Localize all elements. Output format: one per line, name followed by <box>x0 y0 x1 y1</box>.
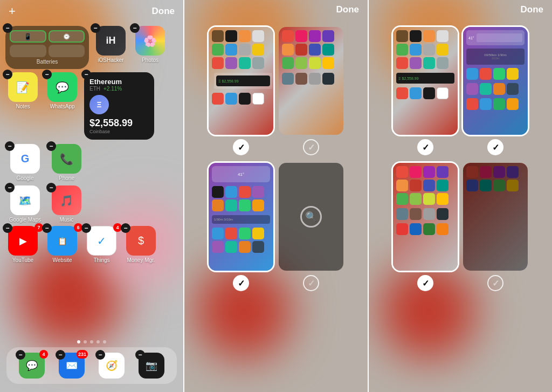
remove-badge[interactable]: − <box>46 141 56 151</box>
panel-2: Done <box>184 0 368 392</box>
panel3-top-bar: Done <box>369 4 552 15</box>
remove-badge[interactable]: − <box>56 350 65 360</box>
panel3-bottom-row: ✓ <box>393 163 528 293</box>
done-button-1[interactable]: Done <box>152 6 175 17</box>
panel-3: Done <box>369 0 552 392</box>
panel3-top-row: Ξ $2,558.99 ✓ <box>393 27 528 157</box>
panel-1: + Done − 📱 ⌚ Batteries <box>0 0 183 392</box>
panel3-page-3[interactable]: ✓ <box>393 163 458 293</box>
remove-badge[interactable]: − <box>16 350 25 360</box>
check-4[interactable]: ✓ <box>303 275 319 291</box>
magnify-icon: 🔍 <box>300 206 322 228</box>
app-photos[interactable]: − 🌸 Photos <box>133 26 168 63</box>
panel3-page-2[interactable]: 41° 00/50km 1/30m 3/10m <box>463 27 528 157</box>
panel3-thumb-4[interactable] <box>463 163 528 271</box>
dot-2 <box>84 340 87 343</box>
eth-label: Coinbase <box>89 129 149 134</box>
page-4-gray[interactable]: 🔍 <box>279 163 343 271</box>
panel3-thumb-2[interactable]: 41° 00/50km 1/30m 3/10m <box>463 27 528 135</box>
remove-badge[interactable]: − <box>3 70 12 79</box>
page-switcher-2: Ξ $2,558.99 ✓ <box>184 22 368 392</box>
app-website[interactable]: − 6 📋 Website <box>45 226 80 263</box>
remove-badge[interactable]: − <box>91 23 100 33</box>
remove-badge[interactable]: − <box>95 350 105 360</box>
dock-camera[interactable]: − 📷 <box>138 353 165 379</box>
remove-badge[interactable]: − <box>135 350 145 360</box>
remove-badge[interactable]: − <box>81 70 91 79</box>
page-switcher-3: Ξ $2,558.99 ✓ <box>369 22 552 392</box>
page-thumb-4[interactable]: 🔍 ✓ <box>279 163 343 293</box>
remove-badge[interactable]: − <box>130 23 140 33</box>
panel3-page-1[interactable]: Ξ $2,558.99 ✓ <box>393 27 458 157</box>
page-1-thumb[interactable]: Ξ $2,558.99 <box>209 27 273 135</box>
page-thumb-3[interactable]: 41° <box>209 163 273 293</box>
battery-cell-2: ⌚ <box>49 30 85 43</box>
app-ioshacker[interactable]: − iH iOSHacker <box>93 26 128 63</box>
remove-badge[interactable]: − <box>121 223 130 233</box>
battery-cell-3 <box>10 45 46 57</box>
page-dots <box>0 340 183 343</box>
dock-mail[interactable]: − 231 ✉️ <box>58 353 85 379</box>
app-whatsapp[interactable]: − 💬 WhatsApp <box>45 72 80 109</box>
panel3-check-3[interactable]: ✓ <box>417 275 433 291</box>
remove-badge[interactable]: − <box>42 70 52 79</box>
remove-badge[interactable]: − <box>5 141 15 151</box>
bottom-pages-row: 41° <box>209 163 343 293</box>
app-phone[interactable]: − 📞 Phone <box>49 144 84 181</box>
dock-safari[interactable]: − 🧭 <box>98 353 125 379</box>
page-3-thumb[interactable]: 41° <box>209 163 273 271</box>
check-2[interactable]: ✓ <box>303 139 319 155</box>
dot-3 <box>90 340 93 343</box>
eth-widget[interactable]: − Ethereum ETH +2.11% Ξ $2,558.99 Coinba… <box>84 72 154 140</box>
remove-badge[interactable]: − <box>3 223 12 233</box>
batteries-widget[interactable]: − 📱 ⌚ Batteries <box>5 26 89 69</box>
panel3-page-4[interactable]: ✓ <box>463 163 528 293</box>
batteries-label: Batteries <box>10 59 85 65</box>
mail-badge: 231 <box>77 350 88 359</box>
eth-logo: Ξ <box>89 95 109 114</box>
panel3-check-1[interactable]: ✓ <box>417 139 433 155</box>
done-button-3[interactable]: Done <box>521 4 544 15</box>
dock-messages[interactable]: − 4 💬 <box>18 353 45 379</box>
panel3-thumb-3[interactable] <box>393 163 458 271</box>
dock: − 4 💬 − 231 ✉️ − 🧭 − <box>6 347 177 384</box>
dot-1 <box>77 340 80 343</box>
panel3-check-2[interactable]: ✓ <box>487 139 503 155</box>
remove-badge[interactable]: − <box>3 23 12 33</box>
app-things[interactable]: − 4 ✓ Things <box>84 226 119 263</box>
battery-cell-1: 📱 <box>10 30 46 43</box>
app-google[interactable]: − G Google <box>8 144 43 181</box>
page-thumb-1[interactable]: Ξ $2,558.99 ✓ <box>209 27 273 157</box>
panel1-top-bar: + Done <box>0 4 183 18</box>
app-money-mgr[interactable]: − $ Money Mgr. <box>123 226 158 263</box>
messages-badge: 4 <box>39 350 48 359</box>
remove-badge[interactable]: − <box>46 183 56 192</box>
page-thumb-2[interactable]: ✓ <box>279 27 343 157</box>
eth-sub: ETH <box>89 86 100 92</box>
eth-title: Ethereum <box>89 78 122 86</box>
panel3-check-4[interactable]: ✓ <box>487 275 503 291</box>
check-1[interactable]: ✓ <box>233 139 249 155</box>
check-3[interactable]: ✓ <box>233 275 249 291</box>
battery-cell-4 <box>49 45 85 57</box>
remove-badge[interactable]: − <box>5 183 15 192</box>
app-music[interactable]: − 🎵 Music <box>49 185 84 223</box>
panel3-thumb-1[interactable]: Ξ $2,558.99 <box>393 27 458 135</box>
app-google-maps[interactable]: − 🗺️ Google Maps <box>8 185 43 223</box>
remove-badge[interactable]: − <box>81 223 91 233</box>
home-content: − 📱 ⌚ Batteries − iH <box>0 22 183 392</box>
dot-5 <box>103 340 106 343</box>
eth-change: +2.11% <box>104 86 122 92</box>
top-pages-row: Ξ $2,558.99 ✓ <box>209 27 343 157</box>
eth-price: $2,558.99 <box>89 118 149 129</box>
panel2-top-bar: Done <box>184 4 368 15</box>
dot-4 <box>96 340 100 343</box>
remove-badge[interactable]: − <box>42 223 52 233</box>
page-2-thumb[interactable] <box>279 27 343 135</box>
app-youtube[interactable]: − 7 ▶ YouTube <box>5 226 40 263</box>
add-button[interactable]: + <box>9 4 16 18</box>
app-notes[interactable]: − 📝 Notes <box>5 72 40 109</box>
done-button-2[interactable]: Done <box>336 4 360 15</box>
